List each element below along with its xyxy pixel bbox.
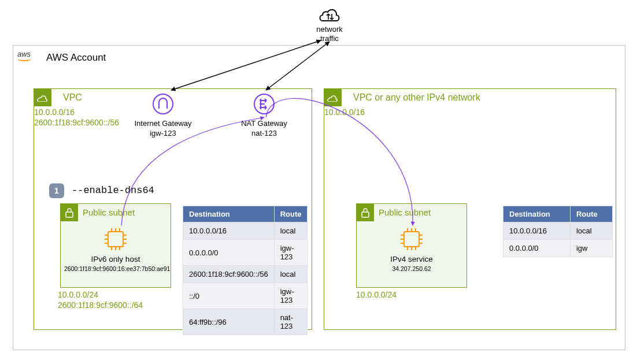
vpc-left-cidr: 10.0.0.0/16 2600:1f18:9cf:9600::/56 bbox=[34, 107, 119, 128]
cloud-icon bbox=[316, 1, 343, 22]
igw-name: Internet Gateway bbox=[128, 119, 198, 128]
network-traffic: network traffic bbox=[312, 1, 347, 43]
rt2-h1: Route bbox=[570, 206, 612, 222]
svg-point-2 bbox=[260, 99, 262, 102]
table-row: 64:ff9b::/96nat-123 bbox=[183, 309, 308, 335]
rt1-h1: Route bbox=[274, 206, 308, 222]
host-right-label: IPv4 service bbox=[357, 255, 466, 263]
vpc-icon bbox=[34, 89, 51, 106]
internet-gateway: Internet Gateway igw-123 bbox=[128, 92, 198, 138]
nat-gateway: NAT Gateway nat-123 bbox=[229, 92, 299, 138]
subnet-right-title: Public subnet bbox=[379, 207, 431, 217]
igw-icon bbox=[151, 92, 175, 116]
route-table-right: Destination Route 10.0.0.0/16local 0.0.0… bbox=[503, 206, 613, 257]
subnet-left-title: Public subnet bbox=[83, 207, 135, 217]
subnet-icon bbox=[357, 204, 374, 221]
svg-point-4 bbox=[260, 106, 262, 109]
vpc-right-cidr: 10.0.0.0/16 bbox=[324, 107, 365, 118]
vpc-left-title: VPC bbox=[63, 92, 82, 103]
svg-rect-6 bbox=[108, 232, 123, 247]
aws-account-title: AWS Account bbox=[46, 52, 106, 64]
table-row: 10.0.0.0/16local bbox=[503, 222, 613, 240]
svg-point-3 bbox=[260, 103, 262, 105]
svg-rect-8 bbox=[404, 232, 419, 247]
network-traffic-label: network traffic bbox=[312, 25, 347, 43]
host-icon bbox=[398, 226, 425, 252]
aws-logo: aws bbox=[17, 50, 31, 61]
natgw-name: NAT Gateway bbox=[229, 119, 299, 128]
step-badge-1: 1 bbox=[49, 183, 64, 198]
host-icon bbox=[102, 226, 129, 252]
svg-rect-5 bbox=[66, 212, 73, 217]
rt1-h0: Destination bbox=[183, 206, 275, 222]
table-row: 2600:1f18:9cf:9600::/56local bbox=[183, 266, 308, 283]
public-subnet-left: Public subnet IPv6 only host 2600:1f18:9… bbox=[60, 203, 171, 288]
subnet-left-cidr: 10.0.0.0/24 2600:1f18:9cf:9600::/64 bbox=[58, 290, 143, 310]
natgw-icon bbox=[253, 92, 276, 116]
route-table-left: Destination Route 10.0.0.0/16local 0.0.0… bbox=[183, 206, 308, 335]
subnet-icon bbox=[61, 204, 78, 221]
table-row: ::/0igw-123 bbox=[183, 283, 308, 309]
table-row: 0.0.0.0/0igw-123 bbox=[183, 240, 308, 266]
natgw-id: nat-123 bbox=[229, 129, 299, 138]
rt2-h0: Destination bbox=[503, 206, 571, 222]
host-left-addr: 2600:1f18:9cf:9600:16:ee37:7b50:ae91 bbox=[64, 265, 167, 272]
host-left-label: IPv6 only host bbox=[61, 255, 171, 263]
igw-id: igw-123 bbox=[128, 129, 198, 138]
subnet-right-cidr: 10.0.0.0/24 bbox=[356, 290, 397, 300]
svg-rect-7 bbox=[362, 212, 369, 217]
vpc-icon bbox=[324, 89, 342, 106]
vpc-right-title: VPC or any other IPv4 network bbox=[353, 92, 480, 103]
table-row: 10.0.0.0/16local bbox=[183, 222, 308, 240]
svg-point-0 bbox=[153, 94, 173, 114]
host-right-addr: 34.207.250.62 bbox=[360, 265, 463, 272]
table-row: 0.0.0.0/0igw bbox=[503, 240, 613, 257]
enable-dns64-flag: --enable-dns64 bbox=[72, 185, 154, 196]
public-subnet-right: Public subnet IPv4 service 34.207.250.62 bbox=[356, 203, 467, 288]
